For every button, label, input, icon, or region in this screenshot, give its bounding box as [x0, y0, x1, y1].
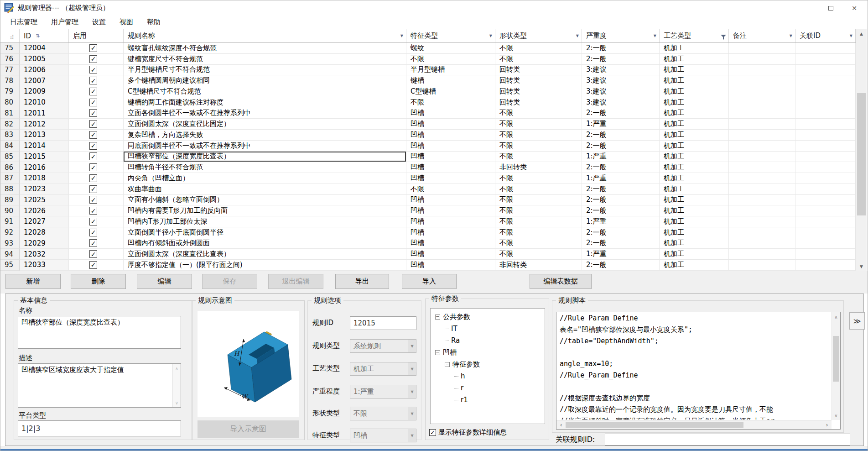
tree-item-公共参数[interactable]: −公共参数 [431, 311, 545, 323]
script-expand-button[interactable]: ≫ [849, 312, 865, 330]
cell-shape[interactable]: 不限 [495, 130, 582, 141]
cell-shape[interactable]: 非回转类 [495, 162, 582, 173]
cell-process[interactable]: 机加工 [660, 75, 729, 86]
enabled-checkbox[interactable]: ✓ [89, 250, 97, 258]
cell-enabled[interactable]: ✓ [69, 65, 124, 76]
cell-enabled[interactable]: ✓ [69, 54, 124, 65]
cell-shape[interactable]: 不限 [495, 152, 582, 163]
tree-collapse-icon[interactable]: − [445, 362, 450, 367]
cell-severity[interactable]: 1:严重 [582, 173, 660, 184]
cell-severity[interactable]: 1:严重 [582, 216, 660, 227]
cell-id[interactable]: 12026 [20, 205, 69, 216]
cell-num[interactable]: 80 [0, 97, 20, 108]
column-header-related[interactable]: 关联ID▼ [795, 29, 856, 42]
cell-process[interactable]: 机加工 [660, 65, 729, 76]
cell-feature[interactable]: 不限 [406, 184, 495, 195]
cell-id[interactable]: 12027 [20, 216, 69, 227]
cell-id[interactable]: 12016 [20, 162, 69, 173]
cell-shape[interactable]: 不限 [495, 173, 582, 184]
cell-enabled[interactable]: ✓ [69, 75, 124, 86]
cell-enabled[interactable]: ✓ [69, 141, 124, 152]
toolbar-button-2[interactable]: 编辑 [137, 274, 192, 289]
filter-funnel-icon[interactable] [721, 33, 726, 42]
cell-severity[interactable]: 3:建议 [582, 65, 660, 76]
tree-collapse-icon[interactable]: − [435, 315, 440, 320]
cell-severity[interactable]: 3:建议 [582, 75, 660, 86]
cell-num[interactable]: 94 [0, 249, 20, 260]
cell-remark[interactable] [729, 43, 795, 54]
cell-process[interactable]: 机加工 [660, 162, 729, 173]
tree-item-r1[interactable]: r1 [431, 394, 545, 406]
cell-related[interactable] [795, 75, 856, 86]
cell-severity[interactable]: 2:一般 [582, 260, 660, 271]
script-hscroll-thumb[interactable] [566, 422, 743, 428]
cell-enabled[interactable]: ✓ [69, 260, 124, 271]
cell-num[interactable]: 95 [0, 260, 20, 271]
cell-remark[interactable] [729, 141, 795, 152]
scroll-up-icon[interactable]: ∧ [173, 365, 181, 372]
cell-process[interactable]: 机加工 [660, 86, 729, 97]
filter-dropdown-icon[interactable]: ▼ [576, 34, 579, 38]
cell-name[interactable]: 螺纹盲孔螺纹深度不符合规范 [124, 43, 406, 54]
cell-process[interactable]: 机加工 [660, 173, 729, 184]
cell-num[interactable]: 93 [0, 238, 20, 249]
tree-collapse-icon[interactable]: − [435, 350, 440, 355]
enabled-checkbox[interactable]: ✓ [89, 66, 97, 73]
cell-remark[interactable] [729, 130, 795, 141]
cell-severity[interactable]: 2:一般 [582, 195, 660, 206]
cell-remark[interactable] [729, 227, 795, 238]
cell-name[interactable]: 同底面倒圆半径不一致或不在推荐系列中 [124, 141, 406, 152]
cell-feature[interactable]: 不限 [406, 97, 495, 108]
menu-item-1[interactable]: 用户管理 [44, 16, 85, 29]
cell-remark[interactable] [729, 205, 795, 216]
cell-num[interactable]: 85 [0, 152, 20, 163]
cell-process[interactable]: 机加工 [660, 141, 729, 152]
scroll-down-icon[interactable]: ∨ [832, 412, 840, 419]
cell-feature[interactable]: 凹槽 [406, 119, 495, 130]
cell-severity[interactable]: 3:建议 [582, 86, 660, 97]
cell-shape[interactable]: 不限 [495, 249, 582, 260]
cell-feature[interactable]: 凹槽 [406, 260, 495, 271]
cell-feature[interactable]: 凹槽 [406, 216, 495, 227]
cell-shape[interactable]: 不限 [495, 108, 582, 119]
cell-remark[interactable] [729, 260, 795, 271]
cell-name[interactable]: 半月型键槽尺寸不符合规范 [124, 65, 406, 76]
enabled-checkbox[interactable]: ✓ [89, 120, 97, 128]
menu-item-4[interactable]: 帮助 [140, 16, 167, 29]
cell-enabled[interactable]: ✓ [69, 86, 124, 97]
cell-enabled[interactable]: ✓ [69, 108, 124, 119]
cell-enabled[interactable]: ✓ [69, 43, 124, 54]
cell-shape[interactable]: 不限 [495, 141, 582, 152]
cell-remark[interactable] [729, 119, 795, 130]
script-vertical-scrollbar[interactable]: ∧ ∨ [832, 312, 840, 420]
scroll-right-icon[interactable]: › [823, 420, 831, 429]
enabled-checkbox[interactable]: ✓ [89, 109, 97, 117]
cell-remark[interactable] [729, 152, 795, 163]
cell-process[interactable]: 机加工 [660, 43, 729, 54]
cell-severity[interactable]: 2:一般 [582, 205, 660, 216]
cell-related[interactable] [795, 216, 856, 227]
cell-feature[interactable]: 凹槽 [406, 205, 495, 216]
cell-process[interactable]: 机加工 [660, 119, 729, 130]
enabled-checkbox[interactable]: ✓ [89, 131, 97, 139]
cell-name[interactable]: 凹槽内有倾斜面或外倒圆面 [124, 238, 406, 249]
cell-severity[interactable]: 3:建议 [582, 97, 660, 108]
cell-feature[interactable]: 不限 [406, 54, 495, 65]
cell-id[interactable]: 12010 [20, 97, 69, 108]
cell-id[interactable]: 12029 [20, 238, 69, 249]
filter-dropdown-icon[interactable]: ▼ [400, 34, 403, 38]
cell-process[interactable]: 机加工 [660, 108, 729, 119]
cell-process[interactable]: 机加工 [660, 216, 729, 227]
cell-process[interactable]: 机加工 [660, 227, 729, 238]
cell-name[interactable]: 凹槽转角半径不符合规范 [124, 162, 406, 173]
cell-severity[interactable]: 2:一般 [582, 184, 660, 195]
enabled-checkbox[interactable]: ✓ [89, 207, 97, 215]
cell-related[interactable] [795, 43, 856, 54]
cell-enabled[interactable]: ✓ [69, 152, 124, 163]
cell-remark[interactable] [729, 249, 795, 260]
cell-related[interactable] [795, 249, 856, 260]
cell-remark[interactable] [729, 65, 795, 76]
cell-name[interactable]: 键槽的两工作面建议标注对称度 [124, 97, 406, 108]
cell-num[interactable]: 82 [0, 119, 20, 130]
cell-related[interactable] [795, 141, 856, 152]
